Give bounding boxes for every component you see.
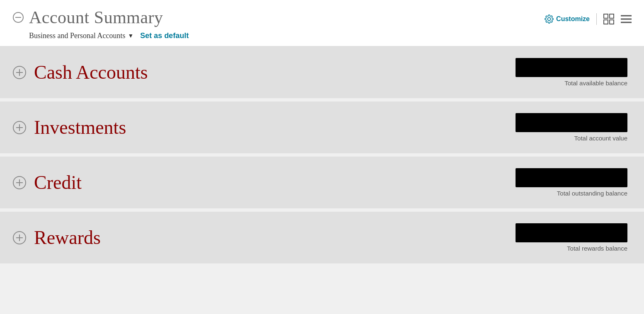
account-section-cash: Cash Accounts Total available balance xyxy=(0,46,644,98)
page-title: Account Summary xyxy=(29,7,163,27)
svg-rect-4 xyxy=(604,20,608,24)
minimize-icon[interactable] xyxy=(12,12,24,23)
title-row: Account Summary xyxy=(12,7,189,27)
grid-layout-icon[interactable] xyxy=(603,14,614,24)
set-default-link[interactable]: Set as default xyxy=(140,31,189,40)
balance-redacted-investments xyxy=(516,113,627,132)
section-title-cash[interactable]: Cash Accounts xyxy=(34,61,148,83)
section-left-cash: Cash Accounts xyxy=(12,61,148,83)
customize-label: Customize xyxy=(556,15,590,23)
account-section-rewards: Rewards Total rewards balance xyxy=(0,212,644,263)
header-right: Customize xyxy=(545,13,632,25)
account-selector[interactable]: Business and Personal Accounts ▼ xyxy=(29,31,133,40)
balance-label-credit: Total outstanding balance xyxy=(557,190,627,197)
section-title-credit[interactable]: Credit xyxy=(34,171,82,193)
header-left: Account Summary Business and Personal Ac… xyxy=(12,7,189,46)
svg-rect-3 xyxy=(610,14,614,18)
hamburger-menu-icon[interactable] xyxy=(621,14,632,24)
section-title-rewards[interactable]: Rewards xyxy=(34,227,101,249)
section-left-rewards: Rewards xyxy=(12,227,101,249)
section-right-credit: Total outstanding balance xyxy=(516,168,627,197)
vertical-divider xyxy=(596,13,597,25)
account-selector-label: Business and Personal Accounts xyxy=(29,31,125,40)
subtitle-row: Business and Personal Accounts ▼ Set as … xyxy=(29,31,189,40)
account-section-investments: Investments Total account value xyxy=(0,101,644,153)
customize-button[interactable]: Customize xyxy=(545,14,590,24)
section-title-investments[interactable]: Investments xyxy=(34,116,126,138)
sections-wrapper: Cash Accounts Total available balance In… xyxy=(0,46,644,263)
balance-label-cash: Total available balance xyxy=(564,80,627,87)
account-section-credit: Credit Total outstanding balance xyxy=(0,157,644,208)
page-wrapper: Account Summary Business and Personal Ac… xyxy=(0,0,644,263)
gear-icon xyxy=(545,14,554,24)
balance-redacted-credit xyxy=(516,168,627,187)
header: Account Summary Business and Personal Ac… xyxy=(0,0,644,46)
expand-icon-investments[interactable] xyxy=(12,121,27,135)
expand-icon-credit[interactable] xyxy=(12,176,27,190)
section-right-rewards: Total rewards balance xyxy=(516,223,627,252)
svg-rect-2 xyxy=(604,14,608,18)
balance-redacted-cash xyxy=(516,58,627,77)
chevron-down-icon: ▼ xyxy=(128,33,133,39)
expand-icon-cash[interactable] xyxy=(12,65,27,80)
expand-icon-rewards[interactable] xyxy=(12,231,27,245)
section-left-credit: Credit xyxy=(12,171,82,193)
svg-rect-5 xyxy=(610,20,614,24)
balance-label-rewards: Total rewards balance xyxy=(567,245,627,252)
section-left-investments: Investments xyxy=(12,116,126,138)
section-right-cash: Total available balance xyxy=(516,58,627,87)
balance-redacted-rewards xyxy=(516,223,627,242)
section-right-investments: Total account value xyxy=(516,113,627,142)
balance-label-investments: Total account value xyxy=(574,135,627,142)
